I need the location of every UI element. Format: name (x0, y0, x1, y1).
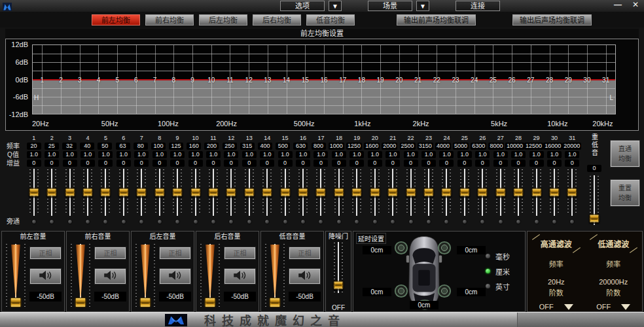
band-frequency-value[interactable]: 16000 (543, 143, 562, 150)
band-gain-slider-8[interactable] (153, 169, 166, 216)
band-frequency-value[interactable]: 250 (223, 143, 237, 150)
eq-point-23[interactable]: 23 (452, 76, 459, 83)
delay-value-subwoofer[interactable]: 0cm (410, 301, 438, 309)
band-gain-slider-26[interactable] (476, 169, 489, 216)
band-gain-value[interactable]: 0 (565, 160, 579, 167)
band-gain-value[interactable]: 0 (439, 160, 454, 167)
band-gain-slider-17[interactable] (314, 169, 327, 216)
eq-point-18[interactable]: 18 (358, 76, 365, 83)
band-slider-handle-20[interactable] (370, 188, 380, 197)
band-frequency-value[interactable]: 4000 (435, 143, 451, 150)
band-gain-value[interactable]: 0 (368, 160, 382, 167)
volume-slider-handle[interactable] (270, 298, 281, 307)
band-q-value[interactable]: 1.0 (260, 151, 274, 158)
band-q-value[interactable]: 1.0 (565, 151, 579, 158)
band-slider-handle-31[interactable] (567, 188, 577, 197)
band-frequency-value[interactable]: 12500 (524, 143, 543, 150)
band-gain-value[interactable]: 0 (296, 160, 310, 167)
band-bypass-indicator-12[interactable] (228, 219, 234, 224)
lowpass-marker[interactable]: L (609, 94, 613, 101)
volume-slider[interactable] (261, 241, 289, 311)
band-frequency-value[interactable]: 1000 (329, 143, 344, 150)
band-bypass-indicator-11[interactable] (211, 219, 216, 224)
eq-point-11[interactable]: 11 (226, 76, 233, 83)
band-frequency-value[interactable]: 25 (45, 143, 59, 150)
eq-point-17[interactable]: 17 (339, 76, 346, 83)
band-q-value[interactable]: 1.0 (421, 151, 436, 158)
lowpass-order-select[interactable]: OFF (585, 303, 643, 311)
band-bypass-indicator-26[interactable] (480, 219, 485, 224)
band-gain-value[interactable]: 0 (313, 160, 328, 167)
band-q-value[interactable]: 1.0 (439, 151, 454, 158)
eq-point-26[interactable]: 26 (509, 76, 516, 83)
scene-menu-button[interactable]: 场景 (368, 1, 412, 11)
band-slider-handle-11[interactable] (208, 188, 218, 197)
mute-button[interactable] (224, 268, 256, 284)
band-q-value[interactable]: 1.0 (332, 151, 346, 158)
band-q-value[interactable]: 1.0 (385, 151, 400, 158)
band-slider-handle-28[interactable] (514, 188, 524, 197)
reset-eq-button[interactable]: 重置均衡 (610, 179, 640, 207)
eq-point-14[interactable]: 14 (283, 76, 290, 83)
band-gain-value[interactable]: 0 (116, 160, 131, 167)
band-gain-slider-29[interactable] (530, 169, 543, 216)
band-slider-handle-4[interactable] (82, 188, 92, 197)
band-frequency-value[interactable]: 40 (80, 143, 94, 150)
eq-point-3[interactable]: 3 (78, 76, 82, 83)
band-q-value[interactable]: 1.0 (80, 151, 95, 158)
band-slider-handle-8[interactable] (154, 188, 164, 197)
band-gain-slider-23[interactable] (422, 169, 435, 216)
band-frequency-value[interactable]: 63 (116, 143, 130, 150)
band-gain-value[interactable]: 0 (404, 160, 418, 167)
delay-value-rear-right[interactable]: 0cm (457, 288, 486, 296)
band-bypass-indicator-5[interactable] (103, 219, 108, 224)
delay-value-rear-left[interactable]: 0cm (363, 288, 391, 296)
band-q-value[interactable]: 1.0 (475, 151, 490, 158)
unit-option-厘米[interactable]: 厘米 (486, 264, 510, 279)
subwoofer-slider-handle[interactable] (590, 215, 599, 223)
band-bypass-indicator-25[interactable] (462, 219, 467, 224)
band-frequency-value[interactable]: 10000 (505, 143, 524, 150)
band-gain-value[interactable]: 0 (170, 160, 185, 167)
band-gain-value[interactable]: 0 (278, 160, 293, 167)
volume-slider[interactable] (67, 241, 94, 311)
band-frequency-value[interactable]: 400 (258, 143, 272, 150)
band-slider-handle-5[interactable] (101, 188, 111, 197)
eq-point-9[interactable]: 9 (190, 76, 194, 83)
noise-gate-slider[interactable] (332, 242, 345, 293)
band-bypass-indicator-24[interactable] (444, 219, 449, 224)
band-bypass-indicator-17[interactable] (318, 219, 323, 224)
eq-tab-3[interactable]: 后左均衡 (199, 14, 247, 26)
band-gain-value[interactable]: 0 (332, 160, 346, 167)
connect-button[interactable]: 连接 (456, 1, 500, 11)
eq-point-25[interactable]: 25 (490, 76, 497, 83)
eq-plot-area[interactable]: 1234567891011121314151617181920212223242… (32, 44, 616, 114)
band-frequency-value[interactable]: 200 (204, 143, 219, 150)
band-gain-value[interactable]: 0 (224, 160, 238, 167)
band-q-value[interactable]: 1.0 (368, 151, 382, 158)
band-bypass-indicator-29[interactable] (534, 219, 539, 224)
band-gain-slider-3[interactable] (63, 169, 77, 216)
band-gain-value[interactable]: 0 (421, 160, 436, 167)
band-gain-value[interactable]: 0 (260, 160, 274, 167)
band-gain-slider-30[interactable] (548, 169, 561, 216)
band-slider-handle-19[interactable] (352, 188, 362, 197)
band-slider-handle-18[interactable] (334, 188, 344, 197)
band-gain-value[interactable]: 0 (385, 160, 400, 167)
highpass-order-select[interactable]: OFF (528, 303, 585, 311)
eq-point-29[interactable]: 29 (565, 76, 572, 83)
band-gain-slider-7[interactable] (135, 169, 148, 216)
volume-slider-handle[interactable] (75, 298, 86, 307)
band-gain-slider-6[interactable] (117, 169, 130, 216)
highpass-order-dropdown-arrow-icon[interactable] (564, 304, 573, 310)
band-q-value[interactable]: 1.0 (63, 151, 77, 158)
noise-gate-slider-handle[interactable] (334, 281, 344, 289)
band-q-value[interactable]: 1.0 (529, 151, 544, 158)
mute-button[interactable] (29, 268, 62, 284)
band-q-value[interactable]: 1.0 (349, 151, 364, 158)
band-slider-handle-25[interactable] (459, 188, 469, 197)
band-slider-handle-22[interactable] (406, 188, 416, 197)
bypass-eq-button[interactable]: 直通均衡 (610, 140, 640, 167)
band-frequency-value[interactable]: 125 (169, 143, 183, 150)
volume-slider[interactable] (2, 241, 29, 311)
